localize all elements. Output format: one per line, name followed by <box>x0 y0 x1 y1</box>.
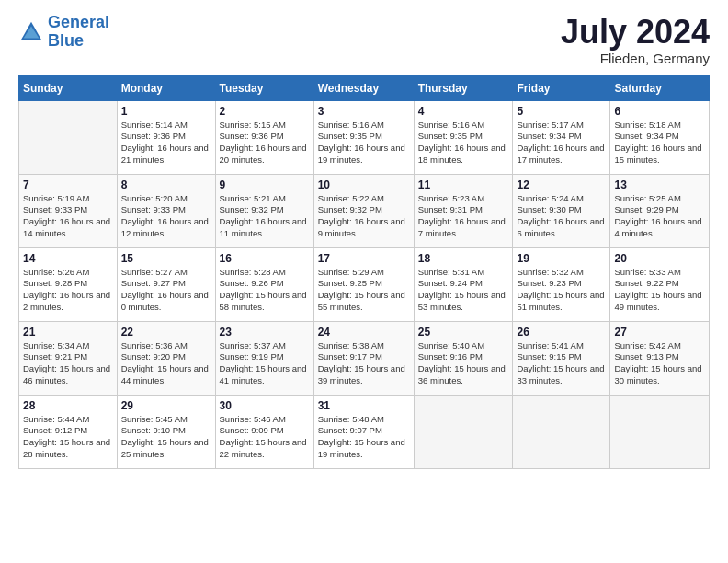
calendar-cell <box>19 100 118 174</box>
weekday-header-friday: Friday <box>513 75 610 100</box>
day-info: Sunrise: 5:37 AMSunset: 9:19 PMDaylight:… <box>220 340 310 387</box>
calendar-cell: 25Sunrise: 5:40 AMSunset: 9:16 PMDayligh… <box>414 321 513 395</box>
weekday-header-sunday: Sunday <box>19 75 118 100</box>
week-row-3: 14Sunrise: 5:26 AMSunset: 9:28 PMDayligh… <box>19 247 710 321</box>
day-info: Sunrise: 5:27 AMSunset: 9:27 PMDaylight:… <box>121 267 211 314</box>
day-number: 25 <box>418 326 509 339</box>
calendar-cell: 10Sunrise: 5:22 AMSunset: 9:32 PMDayligh… <box>313 174 414 247</box>
weekday-header-thursday: Thursday <box>414 75 513 100</box>
day-info: Sunrise: 5:15 AMSunset: 9:36 PMDaylight:… <box>220 120 310 167</box>
day-info: Sunrise: 5:21 AMSunset: 9:32 PMDaylight:… <box>220 193 310 240</box>
weekday-header-row: SundayMondayTuesdayWednesdayThursdayFrid… <box>19 75 710 100</box>
day-info: Sunrise: 5:26 AMSunset: 9:28 PMDaylight:… <box>23 267 113 314</box>
week-row-1: 1Sunrise: 5:14 AMSunset: 9:36 PMDaylight… <box>19 100 710 174</box>
logo-line2: Blue <box>48 31 84 50</box>
calendar-body: 1Sunrise: 5:14 AMSunset: 9:36 PMDaylight… <box>19 100 710 468</box>
calendar-cell: 26Sunrise: 5:41 AMSunset: 9:15 PMDayligh… <box>513 321 610 395</box>
day-info: Sunrise: 5:36 AMSunset: 9:20 PMDaylight:… <box>121 340 211 387</box>
calendar-cell: 24Sunrise: 5:38 AMSunset: 9:17 PMDayligh… <box>313 321 414 395</box>
calendar-cell <box>414 395 513 468</box>
location: Flieden, Germany <box>561 51 710 66</box>
calendar-cell: 14Sunrise: 5:26 AMSunset: 9:28 PMDayligh… <box>19 247 118 321</box>
calendar-cell: 1Sunrise: 5:14 AMSunset: 9:36 PMDaylight… <box>117 100 215 174</box>
logo-icon <box>18 19 44 45</box>
calendar-cell: 6Sunrise: 5:18 AMSunset: 9:34 PMDaylight… <box>610 100 710 174</box>
day-info: Sunrise: 5:25 AMSunset: 9:29 PMDaylight:… <box>614 193 705 240</box>
day-number: 16 <box>220 252 310 265</box>
day-number: 11 <box>418 178 509 191</box>
day-number: 8 <box>121 178 211 191</box>
day-info: Sunrise: 5:45 AMSunset: 9:10 PMDaylight:… <box>121 414 211 461</box>
page-header: General Blue July 2024 Flieden, Germany <box>18 14 710 66</box>
calendar-cell: 8Sunrise: 5:20 AMSunset: 9:33 PMDaylight… <box>117 174 215 247</box>
month-title: July 2024 <box>561 14 710 51</box>
day-info: Sunrise: 5:46 AMSunset: 9:09 PMDaylight:… <box>220 414 310 461</box>
day-number: 17 <box>318 252 410 265</box>
weekday-header-saturday: Saturday <box>610 75 710 100</box>
week-row-4: 21Sunrise: 5:34 AMSunset: 9:21 PMDayligh… <box>19 321 710 395</box>
day-number: 24 <box>318 326 410 339</box>
day-number: 5 <box>517 105 606 118</box>
calendar-cell: 23Sunrise: 5:37 AMSunset: 9:19 PMDayligh… <box>215 321 313 395</box>
day-info: Sunrise: 5:38 AMSunset: 9:17 PMDaylight:… <box>318 340 410 387</box>
calendar-cell: 9Sunrise: 5:21 AMSunset: 9:32 PMDaylight… <box>215 174 313 247</box>
calendar-cell: 22Sunrise: 5:36 AMSunset: 9:20 PMDayligh… <box>117 321 215 395</box>
calendar-cell: 3Sunrise: 5:16 AMSunset: 9:35 PMDaylight… <box>313 100 414 174</box>
day-number: 12 <box>517 178 606 191</box>
day-number: 2 <box>220 105 310 118</box>
day-info: Sunrise: 5:24 AMSunset: 9:30 PMDaylight:… <box>517 193 606 240</box>
calendar-cell: 31Sunrise: 5:48 AMSunset: 9:07 PMDayligh… <box>313 395 414 468</box>
day-info: Sunrise: 5:16 AMSunset: 9:35 PMDaylight:… <box>318 120 410 167</box>
logo-line1: General <box>48 13 109 31</box>
day-number: 22 <box>121 326 211 339</box>
weekday-header-wednesday: Wednesday <box>313 75 414 100</box>
week-row-2: 7Sunrise: 5:19 AMSunset: 9:33 PMDaylight… <box>19 174 710 247</box>
calendar-cell: 29Sunrise: 5:45 AMSunset: 9:10 PMDayligh… <box>117 395 215 468</box>
calendar-cell: 11Sunrise: 5:23 AMSunset: 9:31 PMDayligh… <box>414 174 513 247</box>
day-info: Sunrise: 5:28 AMSunset: 9:26 PMDaylight:… <box>220 267 310 314</box>
day-info: Sunrise: 5:31 AMSunset: 9:24 PMDaylight:… <box>418 267 509 314</box>
calendar-cell: 7Sunrise: 5:19 AMSunset: 9:33 PMDaylight… <box>19 174 118 247</box>
day-number: 21 <box>23 326 113 339</box>
day-number: 6 <box>614 105 705 118</box>
day-number: 13 <box>614 178 705 191</box>
day-number: 31 <box>318 399 410 412</box>
day-info: Sunrise: 5:20 AMSunset: 9:33 PMDaylight:… <box>121 193 211 240</box>
day-number: 27 <box>614 326 705 339</box>
day-info: Sunrise: 5:19 AMSunset: 9:33 PMDaylight:… <box>23 193 113 240</box>
calendar-cell: 15Sunrise: 5:27 AMSunset: 9:27 PMDayligh… <box>117 247 215 321</box>
calendar-cell <box>513 395 610 468</box>
calendar-table: SundayMondayTuesdayWednesdayThursdayFrid… <box>18 75 710 469</box>
day-number: 1 <box>121 105 211 118</box>
day-number: 18 <box>418 252 509 265</box>
calendar-cell: 30Sunrise: 5:46 AMSunset: 9:09 PMDayligh… <box>215 395 313 468</box>
day-info: Sunrise: 5:48 AMSunset: 9:07 PMDaylight:… <box>318 414 410 461</box>
calendar-cell: 12Sunrise: 5:24 AMSunset: 9:30 PMDayligh… <box>513 174 610 247</box>
calendar-cell: 13Sunrise: 5:25 AMSunset: 9:29 PMDayligh… <box>610 174 710 247</box>
day-number: 14 <box>23 252 113 265</box>
calendar-cell: 28Sunrise: 5:44 AMSunset: 9:12 PMDayligh… <box>19 395 118 468</box>
day-info: Sunrise: 5:32 AMSunset: 9:23 PMDaylight:… <box>517 267 606 314</box>
calendar-cell: 20Sunrise: 5:33 AMSunset: 9:22 PMDayligh… <box>610 247 710 321</box>
day-number: 10 <box>318 178 410 191</box>
weekday-header-tuesday: Tuesday <box>215 75 313 100</box>
day-info: Sunrise: 5:33 AMSunset: 9:22 PMDaylight:… <box>614 267 705 314</box>
logo-text: General Blue <box>48 14 109 51</box>
day-number: 20 <box>614 252 705 265</box>
day-number: 15 <box>121 252 211 265</box>
day-number: 9 <box>220 178 310 191</box>
calendar-cell: 4Sunrise: 5:16 AMSunset: 9:35 PMDaylight… <box>414 100 513 174</box>
calendar-cell: 17Sunrise: 5:29 AMSunset: 9:25 PMDayligh… <box>313 247 414 321</box>
day-info: Sunrise: 5:44 AMSunset: 9:12 PMDaylight:… <box>23 414 113 461</box>
weekday-header-monday: Monday <box>117 75 215 100</box>
day-info: Sunrise: 5:18 AMSunset: 9:34 PMDaylight:… <box>614 120 705 167</box>
calendar-cell: 27Sunrise: 5:42 AMSunset: 9:13 PMDayligh… <box>610 321 710 395</box>
calendar-header: SundayMondayTuesdayWednesdayThursdayFrid… <box>19 75 710 100</box>
week-row-5: 28Sunrise: 5:44 AMSunset: 9:12 PMDayligh… <box>19 395 710 468</box>
day-info: Sunrise: 5:23 AMSunset: 9:31 PMDaylight:… <box>418 193 509 240</box>
calendar-cell: 5Sunrise: 5:17 AMSunset: 9:34 PMDaylight… <box>513 100 610 174</box>
calendar-cell <box>610 395 710 468</box>
day-number: 28 <box>23 399 113 412</box>
day-info: Sunrise: 5:17 AMSunset: 9:34 PMDaylight:… <box>517 120 606 167</box>
calendar-cell: 16Sunrise: 5:28 AMSunset: 9:26 PMDayligh… <box>215 247 313 321</box>
